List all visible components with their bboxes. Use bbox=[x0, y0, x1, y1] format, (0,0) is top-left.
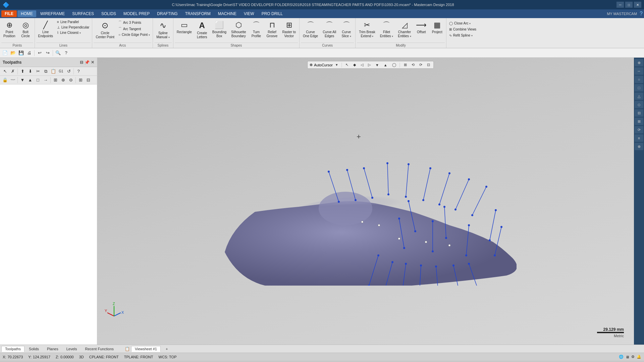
undo-button[interactable]: ↩ bbox=[36, 49, 43, 57]
tp-select-button[interactable]: ↖ bbox=[1, 68, 9, 75]
print-button[interactable]: 🖨 bbox=[25, 49, 33, 57]
point-position-button[interactable]: ⊕ PointPosition bbox=[1, 19, 17, 40]
project-button[interactable]: ▦ Project bbox=[430, 19, 445, 36]
tp-arrow-button[interactable]: → bbox=[42, 76, 49, 84]
view-btn-5[interactable]: △ bbox=[635, 93, 643, 100]
view-btn-6[interactable]: ◇ bbox=[635, 101, 643, 108]
panel-pin-button[interactable]: 📌 bbox=[85, 60, 90, 65]
rectangle-button[interactable]: ▭ Rectangle bbox=[175, 19, 194, 36]
menu-surfaces[interactable]: SURFACES bbox=[69, 10, 97, 17]
view-btn-10[interactable]: ≡ bbox=[635, 134, 643, 142]
line-endpoints-button[interactable]: ╱ LineEndpoints bbox=[36, 19, 55, 40]
view-btn-3[interactable]: ○ bbox=[635, 76, 643, 83]
spline-manual-button[interactable]: ∿ SplineManual ▾ bbox=[154, 19, 172, 41]
line-perpendicular-button[interactable]: ⊥ Line Perpendicular bbox=[56, 25, 91, 30]
tp-up-button[interactable]: ▲ bbox=[26, 76, 34, 84]
curve-all-edges-button[interactable]: ⌒ Curve AllEdges bbox=[321, 19, 338, 40]
ac-cursor-button[interactable]: ↖ bbox=[344, 62, 350, 68]
view-btn-1[interactable]: ⊕ bbox=[635, 59, 643, 66]
tab-levels[interactable]: Levels bbox=[63, 346, 81, 352]
autocursor-dropdown[interactable]: ▾ bbox=[334, 62, 339, 68]
viewsheet-tab[interactable]: Viewsheet #1 bbox=[131, 346, 161, 352]
panel-float-button[interactable]: ⊟ bbox=[80, 60, 83, 65]
tp-shape-button[interactable]: □ bbox=[34, 76, 42, 84]
curve-slice-button[interactable]: ⌒ CurveSlice ▾ bbox=[339, 19, 354, 40]
ac-grid-button[interactable]: ⊞ bbox=[402, 62, 409, 68]
tp-expand-button[interactable]: ⊞ bbox=[77, 76, 84, 84]
close-arc-button[interactable]: ◯ Close Arc ▾ bbox=[448, 21, 478, 26]
menu-view[interactable]: VIEW bbox=[240, 10, 258, 17]
settings-icon[interactable]: ⚙ bbox=[631, 355, 635, 359]
ac-snap4-button[interactable]: ▼ bbox=[374, 62, 381, 68]
tp-down-button[interactable]: ▼ bbox=[19, 76, 26, 84]
view-btn-2[interactable]: ↔ bbox=[635, 67, 643, 75]
tp-grid-button[interactable]: ⊞ bbox=[52, 76, 59, 84]
chamfer-entities-button[interactable]: ◿ ChamferEntities ▾ bbox=[396, 19, 413, 40]
display-icon[interactable]: 🖥 bbox=[626, 355, 629, 359]
tab-planes[interactable]: Planes bbox=[43, 346, 62, 352]
curve-one-edge-button[interactable]: ⌒ CurveOne Edge bbox=[301, 19, 320, 40]
tab-recent-functions[interactable]: Recent Functions bbox=[82, 346, 118, 352]
menu-solids[interactable]: SOLIDS bbox=[98, 10, 119, 17]
menu-pro-drill[interactable]: PRO DRILL bbox=[258, 10, 286, 17]
tab-solids[interactable]: Solids bbox=[25, 346, 43, 352]
arc-tangent-button[interactable]: ⌒ Arc Tangent bbox=[117, 26, 151, 32]
viewsheet-add-button[interactable]: + bbox=[162, 346, 171, 352]
tp-plus-button[interactable]: ⊕ bbox=[59, 76, 67, 84]
refit-spline-button[interactable]: ∿ Refit Spline ▾ bbox=[448, 33, 478, 38]
new-button[interactable]: 📄 bbox=[1, 49, 9, 57]
save-button[interactable]: 💾 bbox=[17, 49, 25, 57]
view-btn-11[interactable]: ⊕ bbox=[635, 143, 643, 150]
view-btn-7[interactable]: ⊟ bbox=[635, 109, 643, 117]
offset-button[interactable]: ⟶ Offset bbox=[414, 19, 429, 36]
fillet-entities-button[interactable]: ⌒ FilletEntities ▾ bbox=[378, 19, 395, 40]
tp-cut-button[interactable]: ✂ bbox=[34, 68, 42, 75]
trim-break-extend-button[interactable]: ✂ Trim BreakExtend ▾ bbox=[357, 19, 377, 40]
menu-file[interactable]: FILE bbox=[1, 10, 17, 17]
tp-move-down-button[interactable]: ⬇ bbox=[26, 68, 34, 75]
globe-icon[interactable]: 🌐 bbox=[619, 355, 624, 359]
close-button[interactable]: ✕ bbox=[634, 2, 641, 8]
tp-wave-button[interactable]: 〰 bbox=[9, 76, 16, 84]
tp-minus-button[interactable]: ⊖ bbox=[67, 76, 74, 84]
combine-views-button[interactable]: ⊞ Combine Views bbox=[448, 27, 478, 32]
menu-model-prep[interactable]: MODEL PREP bbox=[120, 10, 153, 17]
panel-close-button[interactable]: ✕ bbox=[91, 60, 94, 65]
raster-to-vector-button[interactable]: ⊞ Raster toVector bbox=[280, 19, 298, 40]
zoom-button[interactable]: 🔍 bbox=[54, 49, 62, 57]
open-button[interactable]: 📂 bbox=[9, 49, 17, 57]
minimize-button[interactable]: ─ bbox=[616, 2, 624, 8]
menu-transform[interactable]: TRANSFORM bbox=[182, 10, 214, 17]
view-btn-4[interactable]: □ bbox=[635, 84, 643, 92]
redo-button[interactable]: ↪ bbox=[44, 49, 51, 57]
relief-groove-button[interactable]: ⊓ ReliefGroove bbox=[265, 19, 280, 40]
tp-paste-button[interactable]: 📋 bbox=[50, 68, 57, 75]
bounding-box-button[interactable]: ⬜ BoundingBox bbox=[210, 19, 228, 40]
circle-center-point-button[interactable]: ⊙ CircleCenter Point bbox=[94, 19, 116, 41]
menu-machine[interactable]: MACHINE bbox=[215, 10, 240, 17]
view-btn-8[interactable]: ⊞ bbox=[635, 118, 643, 125]
ac-snap2-button[interactable]: ◁ bbox=[359, 62, 365, 68]
ac-box-button[interactable]: ⊡ bbox=[425, 62, 432, 68]
tp-refresh-button[interactable]: ↺ bbox=[65, 68, 72, 75]
canvas-area[interactable]: ⊕ AutoCursor ▾ ↖ ◆ ◁ ▷ ▼ ▲ ◯ ⊞ ⟲ ⟳ ⊡ bbox=[97, 58, 644, 345]
ac-snap1-button[interactable]: ◆ bbox=[352, 62, 358, 68]
menu-drafting[interactable]: DRAFTING bbox=[154, 10, 181, 17]
help-button[interactable]: ? bbox=[62, 49, 70, 57]
tp-help-button[interactable]: ? bbox=[75, 68, 82, 75]
create-letters-button[interactable]: A CreateLetters bbox=[195, 19, 210, 41]
bolt-circle-button[interactable]: ◎ BoltCircle bbox=[18, 19, 33, 40]
ac-snap5-button[interactable]: ▲ bbox=[382, 62, 389, 68]
menu-wireframe[interactable]: WIREFRAME bbox=[37, 10, 68, 17]
ac-circle-button[interactable]: ◯ bbox=[390, 62, 398, 68]
ac-undo-button[interactable]: ⟲ bbox=[410, 62, 416, 68]
tp-g1-button[interactable]: G1 bbox=[57, 68, 65, 75]
tp-lock-button[interactable]: 🔒 bbox=[1, 76, 9, 84]
view-btn-9[interactable]: ⟳ bbox=[635, 126, 643, 133]
tp-move-up-button[interactable]: ⬆ bbox=[19, 68, 26, 75]
ac-redo-button[interactable]: ⟳ bbox=[418, 62, 424, 68]
arc-3-points-button[interactable]: ⌒ Arc 3 Points bbox=[117, 19, 151, 25]
tp-copy-button[interactable]: ⧉ bbox=[42, 68, 49, 75]
circle-edge-point-button[interactable]: ○ Circle Edge Point ▾ bbox=[117, 32, 151, 37]
tab-toolpaths[interactable]: Toolpaths bbox=[1, 346, 24, 352]
